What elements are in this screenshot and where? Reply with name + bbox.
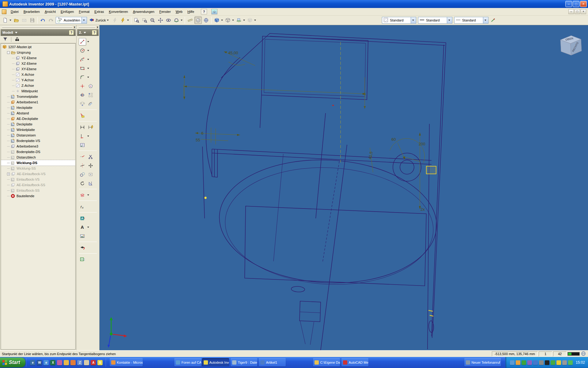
menu-ansicht[interactable]: Ansicht — [42, 9, 58, 15]
shaded-display-button[interactable] — [194, 17, 202, 24]
tree-item-abstand[interactable]: —Abstand — [1, 110, 75, 116]
line-tool-dropdown-icon[interactable] — [87, 41, 89, 42]
menu-bearbeiten[interactable]: Bearbeiten — [21, 9, 42, 15]
tree-item-yz-ebene[interactable]: —YZ-Ebene — [1, 55, 75, 61]
mirror-tool[interactable] — [79, 91, 86, 99]
insert-ole-tool[interactable] — [79, 256, 86, 263]
menu-hilfe[interactable]: Hilfe — [185, 9, 197, 15]
selection-box[interactable] — [426, 166, 436, 174]
circle-tool-dropdown-icon[interactable] — [87, 50, 89, 51]
camera-button[interactable] — [202, 17, 210, 24]
tray-icon-7[interactable] — [545, 360, 549, 365]
mdi-restore-button[interactable]: □ — [575, 9, 580, 14]
tree-item-trommelplatte[interactable]: —Trommelplatte — [1, 94, 75, 99]
tree-item-mittelpunkt[interactable]: —Mittelpunkt — [1, 88, 75, 94]
driven-dimension-tool[interactable] — [79, 132, 86, 140]
rotate-view-button[interactable] — [173, 17, 180, 24]
parameters-tool[interactable]: fx — [79, 203, 86, 210]
update-local-button[interactable] — [111, 17, 119, 24]
polygon-tool[interactable] — [87, 82, 94, 90]
rotate-tool[interactable] — [79, 180, 86, 187]
menu-konvertieren[interactable]: Konvertieren — [107, 9, 130, 15]
quicklaunch-word-icon[interactable]: W — [37, 360, 42, 365]
tree-item-y-achse[interactable]: —Y-Achse — [1, 77, 75, 83]
tree-item-heckplatte[interactable]: —Heckplatte — [1, 105, 75, 110]
tree-expander-icon[interactable]: + — [7, 173, 10, 175]
palette-help-icon[interactable]: ? — [92, 30, 97, 35]
assistant-button[interactable]: ☺ — [211, 9, 217, 14]
update-button-dropdown-icon[interactable] — [127, 20, 129, 21]
zoom-window-button[interactable] — [141, 17, 148, 24]
split-tool[interactable] — [79, 162, 86, 169]
sketch-style-button[interactable] — [490, 17, 497, 24]
rectangle-tool-dropdown-icon[interactable] — [87, 68, 89, 69]
tree-item-xy-ebene[interactable]: —XY-Ebene — [1, 66, 75, 72]
tree-item-ae-einlaufbock-ss[interactable]: —AE-Einlaufbock-SS — [1, 182, 75, 188]
undo-button[interactable] — [39, 17, 47, 24]
tray-icon-10[interactable] — [562, 360, 567, 365]
point-tool[interactable] — [79, 82, 86, 90]
tray-icon-5[interactable] — [533, 360, 538, 365]
menu-fenster[interactable]: Fenster — [157, 9, 173, 15]
section-view-button[interactable] — [235, 17, 243, 24]
help-button[interactable]: ? — [201, 9, 207, 14]
palette-header[interactable]: 2. ? — [77, 29, 99, 36]
select-combo[interactable]: Auswählen — [56, 17, 87, 24]
line-tool[interactable] — [79, 38, 86, 45]
tree-item-arbeitsebene3[interactable]: —Arbeitsebene3 — [1, 144, 75, 149]
update-button[interactable] — [119, 17, 126, 24]
quicklaunch-mail-icon[interactable] — [57, 360, 62, 365]
new-file-button-dropdown-icon[interactable] — [9, 20, 11, 21]
redo-button[interactable] — [47, 17, 55, 24]
tray-icon-4[interactable] — [527, 360, 532, 365]
tree-item-einlaufbock-ss[interactable]: —Einlaufbock-SS — [1, 188, 75, 193]
tree-item-wicklung-ds[interactable]: —Wicklung-DS — [1, 160, 75, 166]
menu-anwendungen[interactable]: Anwendungen — [130, 9, 157, 15]
new-file-button[interactable] — [2, 17, 9, 24]
mdi-close-button[interactable]: × — [581, 9, 586, 14]
insert-offset-tool[interactable] — [79, 191, 86, 199]
mail-button[interactable] — [21, 17, 28, 24]
tree-item-ae-einlaufbock-vs[interactable]: +AE-Einlaufbock-VS — [1, 171, 75, 177]
task-button-neuer-telefonanruf[interactable]: Neuer Telefonanruf — [464, 358, 501, 366]
start-button[interactable]: Start — [0, 358, 25, 367]
tree-item-xz-ebene[interactable]: —XZ-Ebene — [1, 61, 75, 66]
tray-icon-8[interactable] — [551, 360, 555, 365]
menu-extras[interactable]: Extras — [92, 9, 106, 15]
insert-autocad-tool[interactable] — [79, 215, 86, 222]
mdi-minimize-button[interactable]: – — [568, 9, 574, 14]
iso-view-button-dropdown-icon[interactable] — [221, 20, 223, 21]
sketch-style-combo[interactable]: Standard — [382, 17, 416, 24]
task-button-kontakte-microsof-[interactable]: Kontakte - Microsof... — [110, 358, 143, 366]
maximize-button[interactable]: □ — [573, 1, 579, 7]
rectangular-pattern-tool[interactable] — [87, 91, 94, 99]
tree-item-z-achse[interactable]: —Z-Achse — [1, 83, 75, 88]
circle-tool[interactable] — [79, 47, 86, 54]
pan-button[interactable] — [157, 17, 164, 24]
fillet-tool-dropdown-icon[interactable] — [87, 77, 89, 78]
tree-item-einlaufbock-vs[interactable]: —Einlaufbock-VS — [1, 177, 75, 182]
menu-einfügen[interactable]: Einfügen — [58, 9, 76, 15]
browser-help-icon[interactable]: ? — [69, 30, 74, 35]
line-style-combo-arrow-icon[interactable] — [447, 17, 452, 23]
quicklaunch-z-icon[interactable]: Z — [77, 360, 82, 365]
tree-item-wicklung-ss[interactable]: —Wicklung-SS — [1, 166, 75, 171]
menu-format[interactable]: Format — [76, 9, 92, 15]
auto-dimension-tool[interactable] — [87, 124, 94, 131]
dimension-display-tool[interactable] — [79, 141, 86, 149]
tree-item-ae-deckplatte[interactable]: —AE-Deckplatte — [1, 116, 75, 121]
select-combo-arrow-icon[interactable] — [81, 17, 87, 23]
general-dimension-tool[interactable] — [79, 124, 86, 131]
line-style-combo[interactable]: Standard — [418, 17, 452, 24]
opacity-button-dropdown-icon[interactable] — [254, 20, 256, 21]
quicklaunch-acrobat-icon[interactable]: A — [91, 360, 96, 365]
tray-icon-2[interactable] — [516, 360, 520, 365]
line-weight-combo-arrow-icon[interactable] — [483, 17, 488, 23]
task-button-c-eigene-dateien-[interactable]: C:\Eigene Dateien\... — [313, 358, 340, 366]
tree-item-x-achse[interactable]: —X-Achse — [1, 72, 75, 77]
text-tool-dropdown-icon[interactable] — [87, 227, 89, 228]
arc-tool[interactable] — [79, 56, 86, 63]
section-view-button-dropdown-icon[interactable] — [243, 20, 245, 21]
task-button-artikel1[interactable]: Artikel1 — [259, 358, 286, 366]
constraint-tool[interactable] — [79, 171, 86, 178]
